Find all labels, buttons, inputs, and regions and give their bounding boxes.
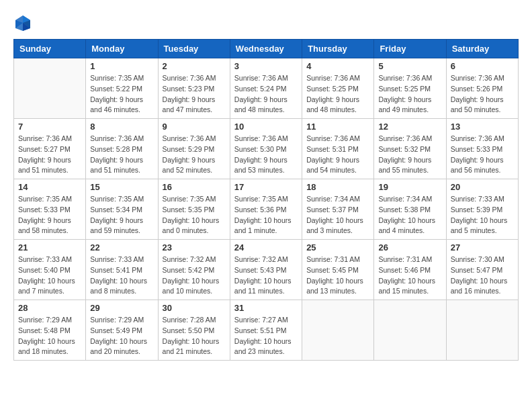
calendar-cell: 4Sunrise: 7:36 AMSunset: 5:25 PMDaylight…	[302, 58, 374, 119]
calendar-cell: 28Sunrise: 7:29 AMSunset: 5:48 PMDayligh…	[14, 300, 86, 361]
calendar-cell: 22Sunrise: 7:33 AMSunset: 5:41 PMDayligh…	[86, 240, 158, 300]
calendar-header-monday: Monday	[86, 40, 158, 58]
calendar-header-thursday: Thursday	[302, 40, 374, 58]
day-info: Sunrise: 7:33 AMSunset: 5:40 PMDaylight:…	[18, 255, 81, 297]
day-info: Sunrise: 7:36 AMSunset: 5:31 PMDaylight:…	[306, 134, 369, 176]
calendar-cell: 20Sunrise: 7:33 AMSunset: 5:39 PMDayligh…	[446, 179, 518, 240]
day-info: Sunrise: 7:36 AMSunset: 5:29 PMDaylight:…	[163, 134, 226, 176]
header	[13, 13, 519, 32]
calendar-cell: 7Sunrise: 7:36 AMSunset: 5:27 PMDaylight…	[14, 119, 86, 179]
day-info: Sunrise: 7:36 AMSunset: 5:23 PMDaylight:…	[163, 73, 226, 116]
day-number: 23	[163, 242, 226, 253]
day-info: Sunrise: 7:36 AMSunset: 5:25 PMDaylight:…	[306, 73, 369, 116]
day-info: Sunrise: 7:36 AMSunset: 5:28 PMDaylight:…	[90, 134, 153, 176]
day-info: Sunrise: 7:29 AMSunset: 5:48 PMDaylight:…	[18, 315, 81, 357]
day-number: 28	[18, 303, 81, 313]
day-info: Sunrise: 7:36 AMSunset: 5:25 PMDaylight:…	[378, 73, 441, 116]
calendar-cell: 11Sunrise: 7:36 AMSunset: 5:31 PMDayligh…	[302, 119, 374, 179]
day-info: Sunrise: 7:33 AMSunset: 5:41 PMDaylight:…	[90, 255, 153, 297]
calendar-cell: 30Sunrise: 7:28 AMSunset: 5:50 PMDayligh…	[158, 300, 230, 361]
day-number: 20	[451, 182, 514, 192]
calendar-cell	[302, 300, 374, 361]
calendar-header-saturday: Saturday	[446, 40, 518, 58]
day-info: Sunrise: 7:33 AMSunset: 5:39 PMDaylight:…	[451, 194, 514, 236]
day-info: Sunrise: 7:35 AMSunset: 5:33 PMDaylight:…	[18, 194, 81, 236]
day-info: Sunrise: 7:31 AMSunset: 5:45 PMDaylight:…	[306, 255, 369, 297]
day-number: 9	[163, 122, 226, 132]
calendar-cell: 16Sunrise: 7:35 AMSunset: 5:35 PMDayligh…	[158, 179, 230, 240]
day-number: 5	[378, 61, 441, 71]
day-number: 15	[90, 182, 153, 192]
day-number: 14	[18, 182, 81, 192]
calendar-cell: 19Sunrise: 7:34 AMSunset: 5:38 PMDayligh…	[374, 179, 446, 240]
day-info: Sunrise: 7:34 AMSunset: 5:38 PMDaylight:…	[378, 194, 441, 236]
calendar-cell: 6Sunrise: 7:36 AMSunset: 5:26 PMDaylight…	[446, 58, 518, 119]
day-info: Sunrise: 7:35 AMSunset: 5:35 PMDaylight:…	[163, 194, 226, 236]
calendar-cell: 18Sunrise: 7:34 AMSunset: 5:37 PMDayligh…	[302, 179, 374, 240]
calendar-cell: 9Sunrise: 7:36 AMSunset: 5:29 PMDaylight…	[158, 119, 230, 179]
calendar-cell: 24Sunrise: 7:32 AMSunset: 5:43 PMDayligh…	[230, 240, 302, 300]
day-number: 25	[306, 242, 369, 253]
calendar-cell: 26Sunrise: 7:31 AMSunset: 5:46 PMDayligh…	[374, 240, 446, 300]
logo	[13, 13, 35, 32]
day-info: Sunrise: 7:35 AMSunset: 5:22 PMDaylight:…	[90, 73, 153, 116]
day-number: 2	[163, 61, 226, 71]
day-info: Sunrise: 7:35 AMSunset: 5:34 PMDaylight:…	[90, 194, 153, 236]
logo-icon	[13, 13, 32, 32]
calendar-cell	[374, 300, 446, 361]
day-number: 1	[90, 61, 153, 71]
day-info: Sunrise: 7:36 AMSunset: 5:27 PMDaylight:…	[18, 134, 81, 176]
calendar-header-sunday: Sunday	[14, 40, 86, 58]
day-info: Sunrise: 7:36 AMSunset: 5:26 PMDaylight:…	[451, 73, 514, 116]
calendar-header-friday: Friday	[374, 40, 446, 58]
calendar-cell: 15Sunrise: 7:35 AMSunset: 5:34 PMDayligh…	[86, 179, 158, 240]
calendar-cell: 5Sunrise: 7:36 AMSunset: 5:25 PMDaylight…	[374, 58, 446, 119]
calendar-cell: 23Sunrise: 7:32 AMSunset: 5:42 PMDayligh…	[158, 240, 230, 300]
calendar-cell	[446, 300, 518, 361]
calendar-cell: 25Sunrise: 7:31 AMSunset: 5:45 PMDayligh…	[302, 240, 374, 300]
day-number: 30	[163, 303, 226, 313]
day-number: 3	[234, 61, 298, 71]
day-number: 17	[234, 182, 298, 192]
day-number: 26	[378, 242, 441, 253]
day-number: 13	[451, 122, 514, 132]
day-number: 31	[234, 303, 298, 313]
day-number: 4	[306, 61, 369, 71]
calendar-cell: 8Sunrise: 7:36 AMSunset: 5:28 PMDaylight…	[86, 119, 158, 179]
day-number: 8	[90, 122, 153, 132]
day-number: 12	[378, 122, 441, 132]
day-number: 11	[306, 122, 369, 132]
day-number: 24	[234, 242, 298, 253]
day-info: Sunrise: 7:32 AMSunset: 5:42 PMDaylight:…	[163, 255, 226, 297]
day-info: Sunrise: 7:35 AMSunset: 5:36 PMDaylight:…	[234, 194, 298, 236]
day-info: Sunrise: 7:36 AMSunset: 5:30 PMDaylight:…	[234, 134, 298, 176]
calendar-cell: 3Sunrise: 7:36 AMSunset: 5:24 PMDaylight…	[230, 58, 302, 119]
day-info: Sunrise: 7:34 AMSunset: 5:37 PMDaylight:…	[306, 194, 369, 236]
day-number: 22	[90, 242, 153, 253]
calendar-cell: 29Sunrise: 7:29 AMSunset: 5:49 PMDayligh…	[86, 300, 158, 361]
day-number: 27	[451, 242, 514, 253]
calendar-cell	[14, 58, 86, 119]
calendar-cell: 12Sunrise: 7:36 AMSunset: 5:32 PMDayligh…	[374, 119, 446, 179]
calendar-cell: 27Sunrise: 7:30 AMSunset: 5:47 PMDayligh…	[446, 240, 518, 300]
calendar-cell: 1Sunrise: 7:35 AMSunset: 5:22 PMDaylight…	[86, 58, 158, 119]
calendar-cell: 21Sunrise: 7:33 AMSunset: 5:40 PMDayligh…	[14, 240, 86, 300]
day-info: Sunrise: 7:28 AMSunset: 5:50 PMDaylight:…	[163, 315, 226, 357]
day-info: Sunrise: 7:27 AMSunset: 5:51 PMDaylight:…	[234, 315, 298, 357]
calendar-week-0: 1Sunrise: 7:35 AMSunset: 5:22 PMDaylight…	[14, 58, 519, 119]
calendar: SundayMondayTuesdayWednesdayThursdayFrid…	[13, 39, 519, 361]
calendar-cell: 31Sunrise: 7:27 AMSunset: 5:51 PMDayligh…	[230, 300, 302, 361]
calendar-cell: 14Sunrise: 7:35 AMSunset: 5:33 PMDayligh…	[14, 179, 86, 240]
calendar-week-4: 28Sunrise: 7:29 AMSunset: 5:48 PMDayligh…	[14, 300, 519, 361]
day-number: 18	[306, 182, 369, 192]
day-number: 7	[18, 122, 81, 132]
day-info: Sunrise: 7:36 AMSunset: 5:24 PMDaylight:…	[234, 73, 298, 116]
day-number: 19	[378, 182, 441, 192]
calendar-cell: 2Sunrise: 7:36 AMSunset: 5:23 PMDaylight…	[158, 58, 230, 119]
day-number: 29	[90, 303, 153, 313]
calendar-cell: 13Sunrise: 7:36 AMSunset: 5:33 PMDayligh…	[446, 119, 518, 179]
calendar-header-wednesday: Wednesday	[230, 40, 302, 58]
calendar-cell: 10Sunrise: 7:36 AMSunset: 5:30 PMDayligh…	[230, 119, 302, 179]
calendar-week-1: 7Sunrise: 7:36 AMSunset: 5:27 PMDaylight…	[14, 119, 519, 179]
calendar-cell: 17Sunrise: 7:35 AMSunset: 5:36 PMDayligh…	[230, 179, 302, 240]
